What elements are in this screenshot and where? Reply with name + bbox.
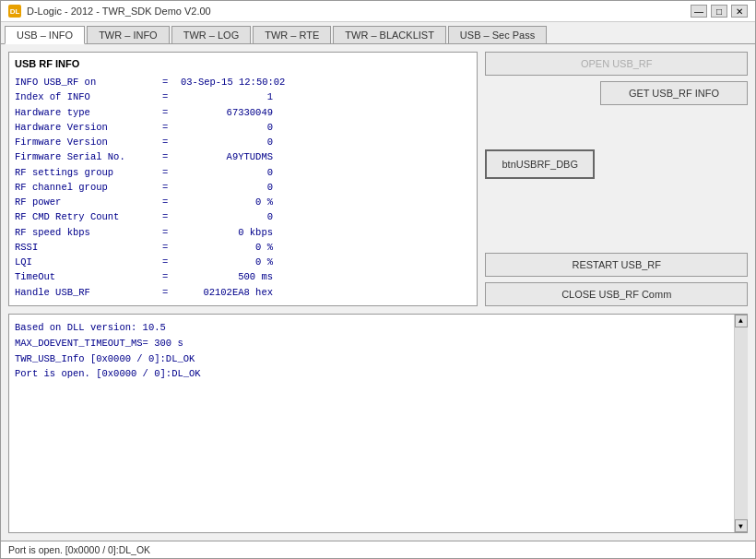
info-panel-title: USB RF INFO (15, 58, 471, 69)
info-row-label: Firmware Version (15, 135, 162, 149)
info-row-label: RF CMD Retry Count (15, 209, 162, 224)
info-row-value: 02102EA8 hex (181, 285, 273, 300)
title-bar: DL D-Logic - 2012 - TWR_SDK Demo V2.00 —… (1, 1, 755, 22)
info-row-value: 0 % (181, 195, 273, 209)
tab-usb-info[interactable]: USB – INFO (5, 26, 85, 44)
info-row-value: 0 (181, 120, 273, 135)
log-line: TWR_USB_Info [0x0000 / 0]:DL_OK (15, 351, 741, 367)
info-row: TimeOut = 500 ms (15, 269, 471, 284)
right-top: btnUSBRF_DBG GET USB_RF INFO (485, 81, 748, 247)
info-row-label: RF channel group (15, 180, 162, 195)
info-row-value: 0 (181, 165, 273, 180)
info-row-eq: = (162, 149, 181, 164)
info-row-value: 03-Sep-15 12:50:02 (181, 75, 285, 89)
info-row-value: 0 (181, 180, 273, 195)
info-row-value: 0 kbps (181, 225, 273, 240)
log-line: Port is open. [0x0000 / 0]:DL_OK (15, 366, 741, 382)
status-text: Port is open. [0x0000 / 0]:DL_OK (8, 544, 150, 555)
info-row-label: TimeOut (15, 269, 162, 284)
info-row-eq: = (162, 209, 181, 224)
info-row: Hardware Version = 0 (15, 120, 471, 135)
info-row-eq: = (162, 105, 181, 120)
close-button[interactable]: ✕ (731, 5, 748, 18)
info-row-value: 0 % (181, 255, 273, 269)
info-row-label: RF settings group (15, 165, 162, 180)
info-row-eq: = (162, 75, 181, 89)
info-row: RF settings group = 0 (15, 165, 471, 180)
info-row: RF CMD Retry Count = 0 (15, 209, 471, 224)
main-content: USB RF INFO INFO USB_RF on = 03-Sep-15 1… (1, 44, 755, 541)
info-row-label: RF power (15, 195, 162, 209)
window-title: D-Logic - 2012 - TWR_SDK Demo V2.00 (27, 6, 211, 17)
tab-twr-log[interactable]: TWR – LOG (171, 26, 252, 43)
get-usb-rf-info-button[interactable]: GET USB_RF INFO (600, 81, 748, 105)
open-usb-rf-button[interactable]: OPEN USB_RF (485, 52, 748, 76)
log-scrollbar: ▲ ▼ (734, 315, 747, 532)
info-row-label: Hardware Version (15, 120, 162, 135)
info-row-eq: = (162, 225, 181, 240)
info-row: Firmware Serial No. = A9YTUDMS (15, 149, 471, 164)
log-line: Based on DLL version: 10.5 (15, 320, 741, 336)
info-row: Handle USB_RF = 02102EA8 hex (15, 285, 471, 300)
tab-bar: USB – INFO TWR – INFO TWR – LOG TWR – RT… (1, 22, 755, 44)
title-bar-left: DL D-Logic - 2012 - TWR_SDK Demo V2.00 (8, 5, 211, 18)
info-row-label: Hardware type (15, 105, 162, 120)
log-line: MAX_DOEVENT_TIMEOUT_MS= 300 s (15, 336, 741, 351)
app-icon: DL (8, 5, 21, 18)
info-row-value: 1 (181, 89, 273, 104)
window-controls: — □ ✕ (691, 5, 748, 18)
info-row-eq: = (162, 165, 181, 180)
info-row-label: RF speed kbps (15, 225, 162, 240)
info-row-label: RSSI (15, 240, 162, 255)
scrollbar-track[interactable] (735, 327, 748, 519)
info-row: Firmware Version = 0 (15, 135, 471, 149)
scroll-down-button[interactable]: ▼ (735, 519, 748, 532)
middle-btn-area: btnUSBRF_DBG (485, 81, 595, 247)
minimize-button[interactable]: — (691, 5, 707, 18)
info-row-eq: = (162, 285, 181, 300)
info-row: LQI = 0 % (15, 255, 471, 269)
info-row-label: Index of INFO (15, 89, 162, 104)
info-row-label: INFO USB_RF on (15, 75, 162, 89)
info-row: RF speed kbps = 0 kbps (15, 225, 471, 240)
info-row-value: A9YTUDMS (181, 149, 273, 164)
close-usb-rf-comm-button[interactable]: CLOSE USB_RF Comm (485, 282, 748, 306)
top-section: USB RF INFO INFO USB_RF on = 03-Sep-15 1… (8, 52, 748, 306)
info-row-eq: = (162, 120, 181, 135)
info-panel: USB RF INFO INFO USB_RF on = 03-Sep-15 1… (8, 52, 478, 306)
info-row-eq: = (162, 195, 181, 209)
info-row: RSSI = 0 % (15, 240, 471, 255)
tab-twr-info[interactable]: TWR – INFO (87, 26, 170, 43)
tab-usb-sec-pass[interactable]: USB – Sec Pass (448, 26, 547, 43)
btn-group: GET USB_RF INFO (600, 81, 748, 247)
debug-button[interactable]: btnUSBRF_DBG (485, 149, 595, 179)
info-row: RF power = 0 % (15, 195, 471, 209)
info-row-eq: = (162, 255, 181, 269)
info-row-eq: = (162, 89, 181, 104)
info-row: RF channel group = 0 (15, 180, 471, 195)
main-window: DL D-Logic - 2012 - TWR_SDK Demo V2.00 —… (0, 0, 756, 559)
tab-twr-rte[interactable]: TWR – RTE (253, 26, 331, 43)
info-row-eq: = (162, 269, 181, 284)
scroll-up-button[interactable]: ▲ (735, 315, 748, 327)
info-row-value: 0 (181, 135, 273, 149)
status-bar: Port is open. [0x0000 / 0]:DL_OK (1, 541, 755, 558)
info-row: Index of INFO = 1 (15, 89, 471, 104)
log-section: Based on DLL version: 10.5MAX_DOEVENT_TI… (8, 314, 748, 533)
maximize-button[interactable]: □ (711, 5, 727, 18)
info-row-value: 67330049 (181, 105, 273, 120)
info-row-label: LQI (15, 255, 162, 269)
info-row-value: 0 (181, 209, 273, 224)
restart-usb-rf-button[interactable]: RESTART USB_RF (485, 253, 748, 277)
info-row-label: Firmware Serial No. (15, 149, 162, 164)
info-row-value: 500 ms (181, 269, 273, 284)
info-row-value: 0 % (181, 240, 273, 255)
info-row: Hardware type = 67330049 (15, 105, 471, 120)
info-row: INFO USB_RF on = 03-Sep-15 12:50:02 (15, 75, 471, 89)
log-content: Based on DLL version: 10.5MAX_DOEVENT_TI… (9, 315, 747, 532)
right-panel: OPEN USB_RF btnUSBRF_DBG GET USB_RF INFO… (485, 52, 748, 306)
info-row-label: Handle USB_RF (15, 285, 162, 300)
info-row-eq: = (162, 135, 181, 149)
tab-twr-blacklist[interactable]: TWR – BLACKLIST (333, 26, 446, 43)
info-row-eq: = (162, 240, 181, 255)
